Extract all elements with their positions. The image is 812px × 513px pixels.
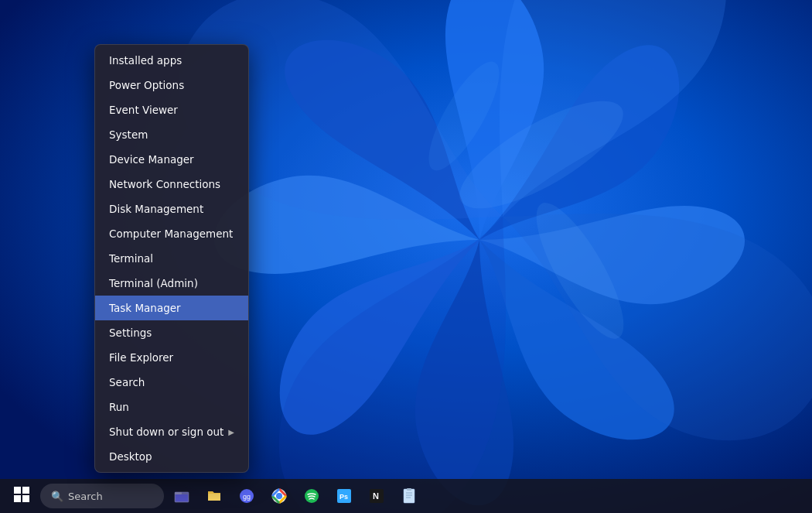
svg-text:Ps: Ps [339, 493, 348, 501]
menu-item-label-system: System [109, 128, 148, 141]
menu-item-label-disk-management: Disk Management [109, 203, 203, 215]
menu-item-desktop[interactable]: Desktop [95, 444, 248, 469]
menu-item-label-terminal: Terminal [109, 252, 153, 265]
taskbar: 🔍 Search gg [0, 479, 812, 513]
menu-item-terminal-admin[interactable]: Terminal (Admin) [95, 271, 248, 296]
svg-text:gg: gg [243, 493, 251, 501]
taskbar-spotify[interactable] [297, 481, 326, 511]
menu-item-run[interactable]: Run [95, 395, 248, 419]
menu-item-label-desktop: Desktop [109, 450, 152, 463]
svg-point-15 [277, 494, 282, 499]
menu-item-disk-management[interactable]: Disk Management [95, 197, 248, 221]
svg-rect-10 [176, 494, 188, 501]
taskbar-search[interactable]: 🔍 Search [40, 484, 164, 508]
start-button[interactable] [6, 481, 37, 511]
menu-item-power-options[interactable]: Power Options [95, 73, 248, 97]
menu-item-label-installed-apps: Installed apps [109, 54, 182, 67]
taskbar-notepad[interactable] [394, 481, 424, 511]
context-menu: Installed appsPower OptionsEvent ViewerS… [94, 44, 249, 473]
menu-item-computer-management[interactable]: Computer Management [95, 221, 248, 246]
windows-logo-icon [14, 487, 29, 505]
menu-item-label-settings: Settings [109, 327, 152, 339]
menu-item-label-run: Run [109, 401, 129, 413]
menu-item-label-computer-management: Computer Management [109, 227, 233, 240]
menu-item-shut-down[interactable]: Shut down or sign out▶ [95, 419, 248, 444]
taskbar-files[interactable] [200, 481, 229, 511]
taskbar-file-explorer[interactable] [167, 481, 196, 511]
taskbar-notion[interactable]: N [362, 481, 391, 511]
taskbar-search-label: Search [68, 491, 103, 502]
menu-item-file-explorer[interactable]: File Explorer [95, 345, 248, 370]
taskbar-photoshop[interactable]: Ps [329, 481, 359, 511]
menu-item-terminal[interactable]: Terminal [95, 246, 248, 271]
menu-item-label-search: Search [109, 376, 145, 388]
svg-rect-21 [404, 489, 415, 503]
menu-item-search[interactable]: Search [95, 370, 248, 395]
svg-rect-6 [14, 495, 21, 502]
svg-rect-9 [175, 492, 182, 494]
taskbar-chrome[interactable] [264, 481, 294, 511]
menu-item-label-power-options: Power Options [109, 79, 184, 91]
svg-text:N: N [373, 491, 379, 501]
svg-rect-25 [407, 488, 411, 491]
menu-item-task-manager[interactable]: Task Manager [95, 296, 248, 320]
menu-item-installed-apps[interactable]: Installed apps [95, 48, 248, 73]
svg-rect-5 [22, 487, 29, 494]
taskbar-discord[interactable]: gg [232, 481, 261, 511]
menu-item-label-terminal-admin: Terminal (Admin) [109, 277, 198, 289]
menu-item-label-device-manager: Device Manager [109, 153, 194, 166]
menu-item-label-shut-down: Shut down or sign out [109, 426, 223, 438]
menu-item-device-manager[interactable]: Device Manager [95, 147, 248, 172]
menu-item-event-viewer[interactable]: Event Viewer [95, 97, 248, 122]
menu-item-label-network-connections: Network Connections [109, 178, 220, 190]
menu-item-settings[interactable]: Settings [95, 320, 248, 345]
svg-rect-4 [14, 487, 21, 494]
menu-item-label-task-manager: Task Manager [109, 302, 181, 314]
search-icon: 🔍 [51, 491, 63, 502]
menu-item-label-file-explorer: File Explorer [109, 351, 173, 364]
menu-item-system[interactable]: System [95, 122, 248, 147]
svg-rect-7 [22, 495, 29, 502]
chevron-right-icon: ▶ [228, 428, 234, 436]
menu-item-network-connections[interactable]: Network Connections [95, 172, 248, 197]
menu-item-label-event-viewer: Event Viewer [109, 104, 178, 116]
